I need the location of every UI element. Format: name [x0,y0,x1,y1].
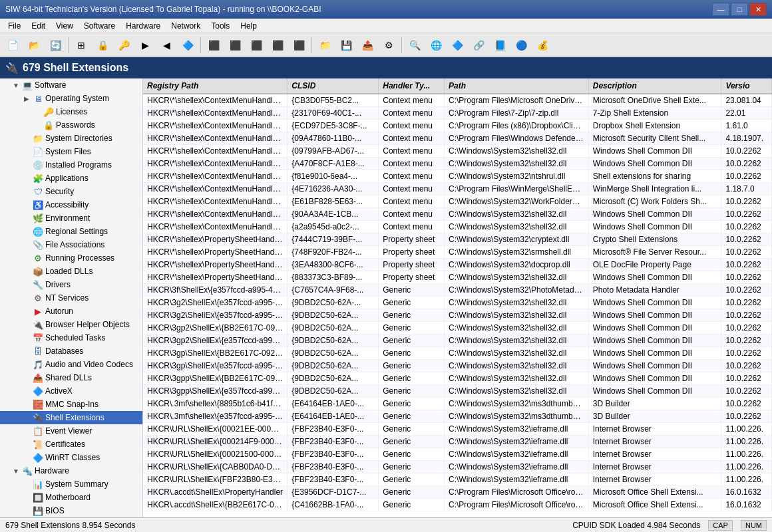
sidebar-item-passwords[interactable]: 🔒 Passwords [0,118,142,132]
toolbar-web4[interactable]: 📘 [490,35,510,55]
sidebar-item-sysfiles[interactable]: 📄 System Files [0,145,142,158]
close-button[interactable]: ✕ [749,3,767,16]
table-row[interactable]: HKCR\3gpp\ShellEx\{BB2E617C-0920-11-...{… [143,372,772,385]
table-row[interactable]: HKCR\3gp\ShellEx\{BB2E617C-0920-11-...{9… [143,347,772,360]
table-row[interactable]: HKCR\3gp2\ShellEx\{BB2E617C-0920-11-...{… [143,322,772,334]
menu-help[interactable]: Help [235,20,262,32]
sidebar-item-regional[interactable]: 🌐 Regional Settings [0,225,142,238]
table-row[interactable]: HKCR\URL\ShellEx\{00021500-0000-0000-...… [143,448,772,461]
col-path[interactable]: Path [444,78,588,94]
toolbar-b3[interactable]: ⬛ [246,35,266,55]
toolbar-forward[interactable]: 🔷 [178,35,198,55]
toolbar-refresh[interactable]: 🔄 [45,35,65,55]
table-area[interactable]: Registry Path CLSID Handler Ty... Path D… [143,78,772,517]
table-row[interactable]: HKCR\URL\ShellEx\{FBF23B80-E3F0-101-...{… [143,473,772,486]
sidebar-item-activex[interactable]: 🔷 ActiveX [0,384,142,398]
table-row[interactable]: HKCR\*\shellex\PropertySheetHandlers\...… [143,259,772,271]
sidebar-item-certificates[interactable]: 📜 Certificates [0,438,142,451]
sidebar-item-nt-services[interactable]: ⚙ NT Services [0,291,142,305]
minimize-button[interactable]: — [712,3,729,16]
table-row[interactable]: HKCR\.accdt\ShellEx\{BB2E617C-0920-1-...… [143,499,772,511]
sidebar-item-accessibility[interactable]: ♿ Accessibility [0,198,142,211]
sidebar-item-os[interactable]: ▶ 🖥 Operating System [0,92,142,105]
table-row[interactable]: HKCR\*\shellex\ContextMenuHandlers\...{C… [143,94,772,107]
toolbar-web2[interactable]: 🔷 [447,35,467,55]
maximize-button[interactable]: □ [731,3,748,16]
col-version[interactable]: Versio [721,78,772,94]
toolbar-search1[interactable]: 🔍 [405,35,425,55]
menu-tools[interactable]: Tools [206,20,235,32]
sidebar-item-autorun[interactable]: ▶ Autorun [0,305,142,318]
table-row[interactable]: HKCR\3gpp\ShellEx\{e357fccd-a995-45...{9… [143,385,772,398]
table-row[interactable]: HKCR\*\shellex\PropertySheetHandlers\...… [143,271,772,284]
sidebar-item-shared-dlls[interactable]: 📤 Shared DLLs [0,371,142,384]
sidebar-item-system-summary[interactable]: 📊 System Summary [0,477,142,491]
menu-edit[interactable]: Edit [26,20,51,32]
sidebar-item-shell-extensions[interactable]: 🔌 Shell Extensions [0,411,142,424]
table-row[interactable]: HKCR\*\shellex\PropertySheetHandlers\...… [143,246,772,259]
toolbar-run[interactable]: ▶ [135,35,155,55]
titlebar-controls[interactable]: — □ ✕ [712,3,767,16]
table-row[interactable]: HKCR\*\shellex\ContextMenuHandlers\...{E… [143,120,772,132]
table-row[interactable]: HKCR\URL\ShellEx\{00021EE-0000-000...{FB… [143,423,772,436]
sidebar-item-licenses[interactable]: 🔑 Licenses [0,105,142,118]
toolbar-save[interactable]: 💾 [336,35,356,55]
toolbar-folder[interactable]: 📁 [315,35,335,55]
sidebar-item-sysdirs[interactable]: 📁 System Directories [0,132,142,145]
sidebar-item-motherboard[interactable]: 🔲 Motherboard [0,491,142,504]
col-registry-path[interactable]: Registry Path [143,78,288,94]
toolbar-lock[interactable]: 🔒 [93,35,112,55]
sidebar-item-event-viewer[interactable]: 📋 Event Viewer [0,424,142,438]
toolbar-b2[interactable]: ⬛ [225,35,245,55]
toolbar-web5[interactable]: 🔵 [511,35,531,55]
toolbar-new[interactable]: 📄 [3,35,23,55]
table-row[interactable]: HKCR\3gp\ShellEx\{e357fccd-a995-457...{9… [143,360,772,372]
sidebar-item-loaded-dlls[interactable]: 📦 Loaded DLLs [0,265,142,278]
table-row[interactable]: HKCR\3gp2\ShellEx\{e357fccd-a995-45...{9… [143,334,772,347]
menu-view[interactable]: View [51,20,79,32]
sidebar-item-applications[interactable]: 🧩 Applications [0,172,142,185]
table-row[interactable]: HKCR\*\shellex\PropertySheetHandlers\...… [143,233,772,246]
sidebar-item-winrt[interactable]: 🔷 WinRT Classes [0,451,142,464]
toolbar-web3[interactable]: 🔗 [469,35,488,55]
menu-network[interactable]: Network [166,20,206,32]
sidebar-item-hardware[interactable]: ▼ 🔩 Hardware [0,464,142,477]
col-description[interactable]: Description [588,78,721,94]
sidebar-item-databases[interactable]: 🗄 Databases [0,344,142,358]
toolbar-b5[interactable]: ⬛ [289,35,309,55]
toolbar-grid[interactable]: ⊞ [71,35,91,55]
table-row[interactable]: HKCR\.accdt\ShellEx\PropertyHandler{E395… [143,486,772,499]
toolbar-b4[interactable]: ⬛ [268,35,288,55]
sidebar-item-drivers[interactable]: 🔧 Drivers [0,278,142,291]
menu-hardware[interactable]: Hardware [120,20,166,32]
toolbar-b1[interactable]: ⬛ [204,35,224,55]
table-row[interactable]: HKCR\*\shellex\ContextMenuHandlers\...{a… [143,221,772,233]
col-handler-type[interactable]: Handler Ty... [379,78,445,94]
sidebar-item-installed-programs[interactable]: 💿 Installed Programs [0,158,142,172]
table-row[interactable]: HKCR\*\shellex\ContextMenuHandlers\...{0… [143,145,772,158]
sidebar-item-audio-video[interactable]: 🎵 Audio and Video Codecs [0,358,142,371]
col-clsid[interactable]: CLSID [288,78,379,94]
table-row[interactable]: HKCR\.3mf\shellex\{e357fccd-a995-457...{… [143,410,772,423]
menu-software[interactable]: Software [79,20,120,32]
toolbar-back[interactable]: ◀ [156,35,176,55]
sidebar-item-environment[interactable]: 🌿 Environment [0,211,142,225]
sidebar-item-software[interactable]: ▼ 💻 Software [0,78,142,92]
sidebar-item-security[interactable]: 🛡 Security [0,185,142,198]
toolbar-key[interactable]: 🔑 [114,35,134,55]
sidebar-item-mmc[interactable]: 🧱 MMC Snap-Ins [0,398,142,411]
toolbar-web6[interactable]: 💰 [532,35,552,55]
table-row[interactable]: HKCR\*\shellex\ContextMenuHandlers\...{E… [143,196,772,208]
sidebar-item-bios[interactable]: 💾 BIOS [0,504,142,517]
toolbar-settings[interactable]: ⚙ [379,35,399,55]
sidebar-item-browser-helpers[interactable]: 🔌 Browser Helper Objects [0,318,142,331]
sidebar-item-file-associations[interactable]: 📎 File Associations [0,238,142,251]
table-row[interactable]: HKCR\*\shellex\ContextMenuHandlers\...{0… [143,132,772,145]
table-row[interactable]: HKCR\URL\ShellEx\{000214F9-0000-000-...{… [143,436,772,448]
toolbar-export[interactable]: 📤 [357,35,377,55]
table-row[interactable]: HKCR\3g2\ShellEx\{e357fccd-a995-4576-...… [143,309,772,322]
table-row[interactable]: HKCR\3f\ShellEx\{e357fccd-a995-4576-...{… [143,284,772,297]
table-row[interactable]: HKCR\*\shellex\ContextMenuHandlers\...{A… [143,158,772,170]
table-row[interactable]: HKCR\*\shellex\ContextMenuHandlers\...{f… [143,170,772,183]
toolbar-web1[interactable]: 🌐 [426,35,446,55]
